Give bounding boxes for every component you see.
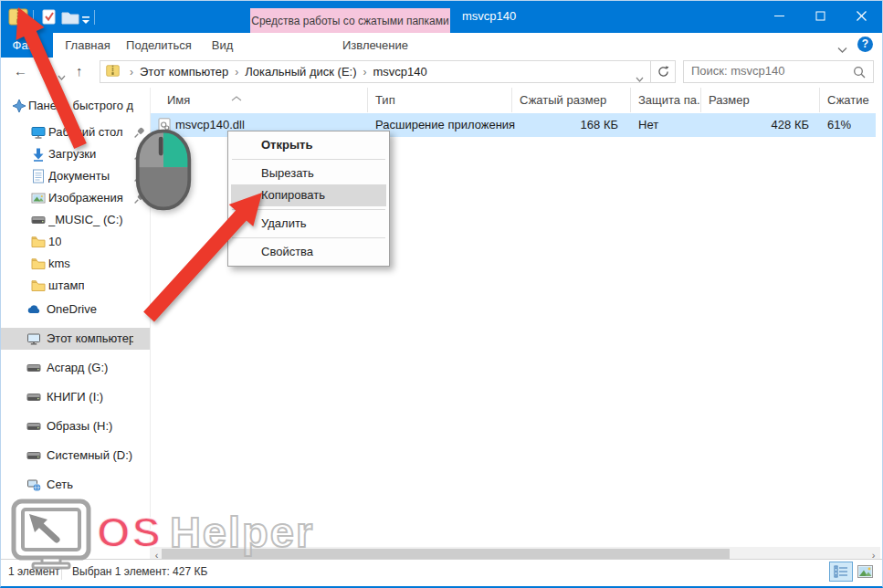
file-password-protected: Нет — [631, 113, 701, 137]
context-menu: Открыть Вырезать Копировать Удалить Свой… — [227, 131, 390, 267]
documents-icon — [31, 169, 46, 184]
search-input[interactable] — [689, 63, 857, 79]
network-icon — [26, 478, 41, 492]
sidebar-item-label: Изображения — [48, 191, 123, 205]
sidebar-item-label: Документы — [48, 169, 110, 183]
items-count: 1 элемент — [8, 565, 60, 578]
customize-toolbar-button[interactable] — [81, 12, 90, 28]
this-pc-icon — [26, 331, 41, 346]
ribbon-tabs: Файл Главная Поделиться Вид Извлечение ? — [1, 33, 882, 58]
sidebar-item-knigi-i[interactable]: КНИГИ (I:) — [1, 386, 150, 408]
column-header-size[interactable]: Размер — [701, 88, 820, 112]
ribbon-collapse-chevron-icon[interactable] — [837, 41, 847, 58]
quick-access-star-icon — [12, 99, 26, 113]
sidebar-item-label: Рабочий стол — [48, 125, 123, 139]
column-headers: Имя Тип Сжатый размер Защита па... Разме… — [151, 88, 880, 112]
selection-info: Выбран 1 элемент: 427 КБ — [72, 565, 207, 578]
sidebar-item-label: kms — [48, 257, 70, 270]
tab-extract[interactable]: Извлечение — [321, 33, 430, 58]
sidebar-item-onedrive[interactable]: OneDrive — [1, 299, 150, 320]
sidebar-item-sistemny-d[interactable]: Системный (D:) — [1, 445, 150, 467]
drive-icon — [26, 361, 41, 375]
sidebar-item-network[interactable]: Сеть — [1, 474, 150, 496]
sidebar-item-this-pc[interactable]: Этот компьютер — [1, 328, 150, 350]
status-bar: 1 элемент Выбран 1 элемент: 427 КБ — [1, 559, 882, 584]
search-box[interactable] — [683, 60, 874, 83]
address-dropdown-chevron-icon[interactable] — [636, 70, 644, 87]
properties-button[interactable] — [41, 9, 58, 28]
back-button[interactable]: ← — [14, 63, 27, 79]
sidebar-item-label: Образы (H:) — [47, 419, 112, 433]
tab-view[interactable]: Вид — [202, 33, 243, 58]
file-ratio: 61% — [820, 113, 875, 137]
sidebar-item-asgard-g[interactable]: Асгард (G:) — [1, 357, 150, 379]
sidebar-item-shtamp[interactable]: штамп — [1, 275, 150, 297]
help-glyph: ? — [862, 37, 868, 50]
menu-separator — [232, 159, 385, 160]
menu-item-copy[interactable]: Копировать — [231, 184, 386, 206]
contextual-tab-group: Средства работы со сжатыми папками — [250, 8, 450, 33]
column-header-ratio[interactable]: Сжатие — [820, 88, 876, 112]
column-header-password[interactable]: Защита па... — [631, 88, 701, 112]
tab-home[interactable]: Главная — [61, 33, 114, 58]
sidebar-item-pictures[interactable]: Изображения — [1, 187, 150, 209]
close-button[interactable] — [841, 1, 882, 31]
breadcrumb-separator: › — [235, 66, 238, 79]
dll-file-icon — [158, 118, 171, 136]
sidebar-item-kms[interactable]: kms — [1, 253, 150, 275]
downloads-icon — [31, 147, 46, 162]
menu-separator — [232, 237, 385, 238]
sidebar-item-desktop[interactable]: Рабочий стол — [1, 121, 150, 143]
sidebar-item-label: Асгард (G:) — [47, 361, 108, 374]
address-box[interactable]: › Этот компьютер › Локальный диск (E:) ›… — [100, 60, 651, 83]
column-header-type[interactable]: Тип — [368, 88, 512, 112]
maximize-button[interactable] — [800, 1, 841, 31]
breadcrumb-local-disk-e[interactable]: Локальный диск (E:) — [245, 65, 356, 79]
new-folder-button[interactable] — [61, 9, 79, 28]
pin-icon — [133, 170, 145, 182]
sidebar-item-label: _MUSIC_ (C:) — [48, 213, 123, 226]
sidebar-item-downloads[interactable]: Загрузки — [1, 143, 150, 165]
file-compressed-size: 168 КБ — [512, 113, 625, 137]
sidebar-item-obrazy-h[interactable]: Образы (H:) — [1, 415, 150, 437]
navigation-pane: Панель быстрого досРабочий столЗагрузкиД… — [1, 88, 150, 544]
large-icons-view-button[interactable] — [853, 562, 877, 582]
tab-file[interactable]: Файл — [1, 33, 53, 58]
sidebar-item-documents[interactable]: Документы — [1, 165, 150, 187]
breadcrumb-msvcp140[interactable]: msvcp140 — [373, 65, 427, 79]
search-icon[interactable] — [853, 66, 866, 82]
window-title: msvcp140 — [462, 9, 516, 23]
sidebar-item-10[interactable]: 10 — [1, 231, 150, 253]
recent-locations-chevron-icon[interactable] — [58, 68, 66, 85]
sidebar-item-label: Системный (D:) — [47, 448, 132, 462]
onedrive-cloud-icon — [26, 302, 41, 317]
tab-share[interactable]: Поделиться — [122, 33, 195, 58]
folder-icon — [31, 235, 46, 249]
refresh-button[interactable] — [650, 60, 676, 83]
sidebar-item-label: Сеть — [47, 478, 73, 491]
forward-button[interactable]: → — [37, 63, 51, 79]
menu-item-properties[interactable]: Свойства — [231, 241, 386, 263]
sidebar-item-music-c[interactable]: _MUSIC_ (C:) — [1, 209, 150, 231]
up-button[interactable]: ↑ — [76, 63, 83, 79]
folder-icon — [31, 278, 46, 293]
column-header-name[interactable]: Имя — [151, 88, 368, 112]
menu-item-cut[interactable]: Вырезать — [231, 163, 386, 184]
breadcrumb-separator: › — [363, 66, 367, 79]
address-bar: ← → ↑ › Этот компьютер › Локальный диск … — [1, 58, 882, 88]
folder-icon — [31, 257, 46, 271]
breadcrumb-this-pc[interactable]: Этот компьютер — [140, 65, 228, 79]
drive-icon — [31, 213, 46, 227]
contextual-tab-group-label: Средства работы со сжатыми папками — [251, 15, 449, 27]
toolbar-separator — [94, 10, 95, 25]
help-icon[interactable]: ? — [857, 37, 873, 52]
menu-item-delete[interactable]: Удалить — [231, 213, 386, 235]
pictures-icon — [31, 191, 46, 205]
menu-item-open[interactable]: Открыть — [231, 134, 386, 156]
sidebar-item-quick-access[interactable]: Панель быстрого дос — [1, 95, 150, 117]
column-header-compressed-size[interactable]: Сжатый размер — [512, 88, 631, 112]
sidebar-item-label: 10 — [48, 235, 61, 248]
sidebar-item-label: Этот компьютер — [47, 331, 133, 345]
minimize-button[interactable] — [759, 1, 800, 31]
details-view-button[interactable] — [829, 562, 853, 582]
